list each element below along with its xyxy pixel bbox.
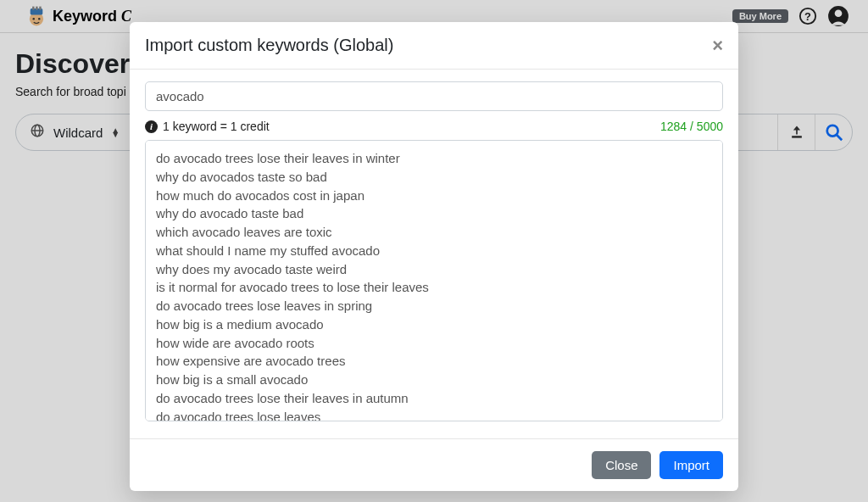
modal-title: Import custom keywords (Global) [145,36,393,55]
keywords-textarea[interactable] [145,140,723,421]
close-icon[interactable]: × [712,36,723,55]
info-icon: i [145,120,158,133]
modal-footer: Close Import [130,438,738,491]
close-button[interactable]: Close [592,451,651,479]
modal-header: Import custom keywords (Global) × [130,22,738,70]
import-keywords-modal: Import custom keywords (Global) × i 1 ke… [130,22,738,491]
credit-info-left: i 1 keyword = 1 credit [145,120,270,133]
modal-body: i 1 keyword = 1 credit 1284 / 5000 [130,70,738,438]
credit-info-row: i 1 keyword = 1 credit 1284 / 5000 [145,120,723,133]
keyword-filter-input[interactable] [145,81,723,111]
credit-count: 1284 / 5000 [660,120,723,133]
import-button[interactable]: Import [659,451,723,479]
credit-info-text: 1 keyword = 1 credit [163,120,270,133]
